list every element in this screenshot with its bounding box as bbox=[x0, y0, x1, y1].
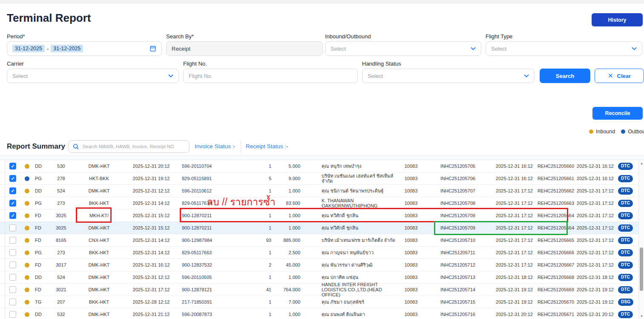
cell-carrier: FD bbox=[33, 287, 48, 292]
row-checkbox-unchecked[interactable] bbox=[9, 286, 16, 293]
row-checkbox-unchecked[interactable] bbox=[9, 249, 16, 256]
row-checkbox-unchecked[interactable] bbox=[9, 237, 16, 244]
chevron-down-icon[interactable] bbox=[168, 74, 173, 78]
cell-receipt-date: 2025-12-31 17:12 bbox=[575, 188, 615, 193]
scroll-down-arrow-icon[interactable]: ▼ bbox=[639, 314, 644, 318]
cell-code: 10083 bbox=[398, 176, 424, 181]
inbound-outbound-select[interactable]: Select bbox=[325, 41, 481, 56]
chevron-down-icon[interactable] bbox=[632, 47, 637, 50]
clear-button[interactable]: ✕ Clear bbox=[595, 69, 644, 83]
cell-invoice-date: 2025-12-31 17:12 bbox=[492, 238, 537, 243]
table-row[interactable]: DD532DMK-HKT2025-12-31 21:12596-20087873… bbox=[0, 308, 644, 319]
row-checkbox-unchecked[interactable] bbox=[9, 224, 16, 231]
table-row[interactable]: ✓FD3025MKH-KT/2025-12-31 15:12900-128702… bbox=[0, 210, 644, 222]
cell-receipt-date: 2025-12-31 19:12 bbox=[575, 299, 615, 305]
handling-type-badge: DTC bbox=[618, 175, 633, 182]
cell-carrier: FD bbox=[33, 262, 48, 267]
handling-status-label: Handling Status bbox=[362, 60, 401, 67]
cell-route: CNX-HKT bbox=[75, 238, 124, 243]
report-summary-bar: Report Summary Search MAWB, HAWB, Invoic… bbox=[0, 137, 644, 156]
cell-invoice-date: 2025-12-31 18:12 bbox=[492, 275, 537, 280]
cell-pieces: 1 bbox=[245, 250, 275, 255]
history-button[interactable]: History bbox=[592, 13, 643, 26]
row-checkbox-checked[interactable]: ✓ bbox=[9, 175, 16, 182]
cell-pieces: 1 bbox=[245, 275, 275, 280]
table-row[interactable]: PG273BKK-HKT2025-12-31 14:12829-05117663… bbox=[0, 247, 644, 259]
period-to-value[interactable]: 31-12-2025 bbox=[51, 45, 83, 52]
direction-legend: Inbound Outbound bbox=[589, 129, 644, 135]
table-row[interactable]: ✓DD530DMK-HKT2025-12-31 20:12596-2011070… bbox=[0, 160, 644, 172]
row-direction-cell bbox=[20, 263, 33, 267]
inbound-status-dot-icon bbox=[25, 250, 29, 255]
table-row[interactable]: FD3025DMK-HKT2025-12-31 15:12900-1287021… bbox=[0, 222, 644, 234]
flight-no-input[interactable]: Flight No. bbox=[183, 69, 358, 83]
period-range-picker[interactable]: 31-12-2025 - 31-12-2025 bbox=[7, 41, 162, 56]
table-row[interactable]: FD3021DMK-HKT2025-12-31 17:12900-1287812… bbox=[0, 284, 644, 296]
row-checkbox-checked[interactable]: ✓ bbox=[9, 163, 16, 170]
row-checkbox-checked[interactable]: ✓ bbox=[9, 187, 16, 194]
cell-invoice-no: INHC251205707 bbox=[424, 188, 492, 193]
cell-code: 10083 bbox=[398, 201, 424, 206]
cell-pieces: 93 bbox=[245, 238, 275, 243]
chevron-down-icon[interactable] bbox=[524, 74, 529, 78]
handling-type-badge: DSG bbox=[618, 299, 633, 306]
cell-mawb: 829-05117663 bbox=[179, 250, 245, 255]
row-checkbox-unchecked[interactable] bbox=[9, 274, 16, 281]
cell-route: DMK-HKT bbox=[75, 275, 124, 280]
scrollbar-thumb[interactable] bbox=[640, 247, 643, 291]
table-row[interactable]: FD3017DMK-HKT2025-12-31 16:12900-1283753… bbox=[0, 259, 644, 271]
inbound-status-dot-icon bbox=[25, 201, 29, 206]
inbound-status-dot-icon bbox=[25, 312, 29, 317]
cell-invoice-no: INHC251205711 bbox=[424, 250, 492, 255]
chevron-down-icon[interactable] bbox=[471, 47, 476, 50]
row-checkbox-cell bbox=[5, 286, 20, 293]
cell-customer: บริษัท เนชั่นแนล เฮลท์แคร์ ซิสเท็มส์ จำก… bbox=[305, 173, 398, 184]
handling-type-badge: DTC bbox=[618, 262, 633, 269]
cell-code: 10083 bbox=[398, 287, 424, 292]
row-direction-cell bbox=[20, 275, 33, 280]
flight-type-select[interactable]: Select bbox=[486, 41, 642, 56]
row-checkbox-unchecked[interactable] bbox=[9, 262, 16, 268]
table-row[interactable]: ✓DD524DMK-HKT2025-12-31 12:12596-2011061… bbox=[0, 185, 644, 197]
row-checkbox-checked[interactable]: ✓ bbox=[9, 212, 16, 219]
table-row[interactable]: ✓PG278HKT-BKK2025-12-31 19:12829-0511589… bbox=[0, 172, 644, 185]
cell-customer: คุณ ชนิกานต์ รัตนาพรประดิษฐ์ bbox=[305, 188, 398, 193]
table-row[interactable]: ✓PG273BKK-HKT2025-12-31 14:12829-0511767… bbox=[0, 197, 644, 210]
cell-flight-no: 273 bbox=[48, 201, 75, 206]
cell-receipt-no: REHC251205661 bbox=[537, 176, 575, 181]
cell-flight-no: 278 bbox=[48, 176, 75, 181]
calendar-icon[interactable] bbox=[150, 45, 156, 52]
scroll-up-arrow-icon[interactable]: ▲ bbox=[639, 161, 644, 165]
search-button[interactable]: Search bbox=[540, 69, 590, 83]
row-direction-cell bbox=[20, 189, 33, 193]
cell-flight-no: 8165 bbox=[48, 238, 75, 243]
row-checkbox-cell bbox=[5, 262, 20, 268]
vertical-scrollbar[interactable]: ▲ ▼ bbox=[638, 160, 644, 319]
row-checkbox-unchecked[interactable] bbox=[9, 299, 16, 305]
cell-receipt-date: 2025-12-31 19:12 bbox=[575, 287, 615, 292]
flight-no-placeholder: Flight No. bbox=[189, 73, 213, 79]
reconcile-button[interactable]: Reconcile bbox=[592, 107, 643, 120]
cell-flight-no: 524 bbox=[48, 188, 75, 193]
cell-code: 10083 bbox=[398, 225, 424, 230]
cell-pieces: 41 bbox=[245, 287, 275, 292]
row-checkbox-checked[interactable]: ✓ bbox=[9, 200, 16, 207]
handling-status-select[interactable]: Select bbox=[362, 69, 535, 83]
cell-receipt-date: 2025-12-31 17:12 bbox=[575, 238, 615, 243]
cell-invoice-no: INHC251205705 bbox=[424, 164, 492, 169]
period-from-value[interactable]: 31-12-2025 bbox=[12, 45, 45, 52]
cell-invoice-date: 2025-12-31 17:12 bbox=[492, 201, 537, 206]
row-checkbox-cell: ✓ bbox=[5, 200, 20, 207]
table-row[interactable]: TG207BKK-HKT2025-12-28 12:12217-71850391… bbox=[0, 296, 644, 308]
row-checkbox-cell bbox=[5, 274, 20, 281]
row-checkbox-unchecked[interactable] bbox=[9, 311, 16, 318]
cell-customer: คุณ กาญจนา หนูพันธ์ขาว bbox=[305, 250, 398, 255]
carrier-select[interactable]: Select bbox=[7, 69, 179, 83]
table-row[interactable]: FD8165CNX-HKT2025-12-31 14:12900-1298798… bbox=[0, 234, 644, 247]
row-checkbox-cell: ✓ bbox=[5, 175, 20, 182]
handling-type-badge: DTC bbox=[618, 187, 633, 195]
summary-search-input[interactable]: Search MAWB, HAWB, Invoice, Receipt NO bbox=[68, 140, 190, 153]
cell-invoice-no: INHC251205709 bbox=[424, 213, 492, 218]
flight-type-label: Flight Type bbox=[486, 33, 512, 40]
cell-customer: คุณ หนูรัก เทพบำรุง bbox=[305, 164, 398, 169]
